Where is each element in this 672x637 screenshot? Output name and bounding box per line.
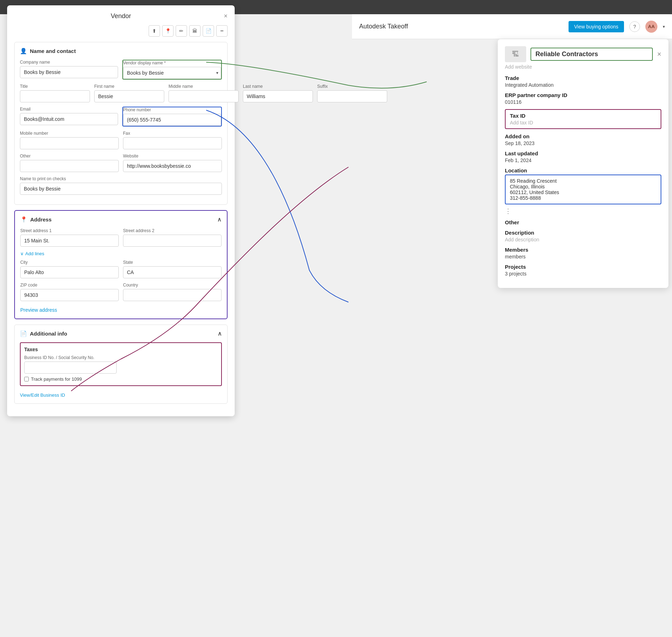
other-input[interactable] — [20, 160, 119, 172]
tax-id-label: Tax ID — [510, 113, 656, 119]
checks-input[interactable] — [20, 183, 222, 195]
middle-name-group: Middle name — [169, 84, 239, 102]
erp-field: ERP partner company ID 010116 — [505, 92, 661, 105]
zip-group: ZIP code — [20, 283, 119, 301]
last-updated-value: Feb 1, 2024 — [505, 157, 661, 163]
city-input[interactable] — [20, 266, 119, 278]
description-placeholder: Add description — [505, 237, 661, 242]
last-name-input[interactable] — [243, 90, 313, 102]
toolbar-doc-btn[interactable]: 📄 — [203, 25, 214, 37]
modal-close-button[interactable]: × — [224, 12, 228, 20]
phone-label: Phone number — [123, 107, 221, 112]
vendor-display-name-select[interactable]: Books by Bessie — [123, 67, 221, 79]
location-line2: Chicago, Illinois — [510, 184, 656, 189]
chevron-down-icon: ∨ — [20, 251, 24, 256]
view-buying-button[interactable]: View buying options — [569, 21, 624, 32]
phone-input[interactable] — [123, 114, 221, 126]
fax-input[interactable] — [123, 137, 222, 149]
toolbar: ⬆ 📍 ✏ 🏛 📄 − — [14, 25, 228, 37]
first-name-label: First name — [94, 84, 164, 89]
projects-field: Projects 3 projects — [505, 264, 661, 277]
company-name-group: Company name — [20, 60, 118, 80]
location-more-options[interactable]: ⋮ — [505, 207, 661, 215]
panel-close-button[interactable]: × — [657, 50, 661, 58]
mobile-label: Mobile number — [20, 131, 119, 136]
track-payments-label: Track payments for 1099 — [31, 376, 82, 382]
view-edit-business-id-link[interactable]: View/Edit Business ID — [20, 392, 65, 398]
fax-group: Fax — [123, 131, 222, 149]
autodesk-header: Autodesk Takeoff View buying options ? A… — [352, 14, 672, 39]
title-group: Title — [20, 84, 90, 102]
state-label: State — [123, 260, 222, 265]
mobile-fax-row: Mobile number Fax — [20, 131, 222, 149]
middle-name-input[interactable] — [169, 90, 239, 102]
toolbar-upload-btn[interactable]: ⬆ — [149, 25, 160, 37]
first-name-group: First name — [94, 84, 164, 102]
street1-label: Street address 1 — [20, 228, 119, 233]
toolbar-bank-btn[interactable]: 🏛 — [189, 25, 201, 37]
phone-group: Phone number — [122, 107, 222, 127]
biz-id-label: Business ID No. / Social Security No. — [24, 355, 117, 360]
help-icon[interactable]: ? — [629, 21, 640, 32]
add-lines-btn[interactable]: ∨ Add lines — [20, 251, 222, 256]
email-group: Email — [20, 107, 118, 127]
name-and-contact-section: 👤 Name and contact Company name Vendor d… — [14, 42, 228, 205]
biz-id-group: Business ID No. / Social Security No. — [24, 355, 117, 374]
biz-id-input[interactable] — [24, 362, 117, 374]
suffix-group: Suffix — [317, 84, 387, 102]
first-name-input[interactable] — [94, 90, 164, 102]
location-line1: 85 Reading Crescent — [510, 178, 656, 184]
address-header: 📍 Address ∧ — [20, 216, 222, 223]
preview-address-link[interactable]: Preview address — [20, 307, 57, 313]
company-name-box: Reliable Contractors — [530, 48, 653, 61]
website-input[interactable] — [123, 160, 222, 172]
panel-header: 🏗 Reliable Contractors × — [505, 46, 661, 62]
added-on-field: Added on Sep 18, 2023 — [505, 133, 661, 146]
street1-input[interactable] — [20, 235, 119, 247]
taxes-box: Taxes Business ID No. / Social Security … — [20, 342, 222, 386]
trade-label: Trade — [505, 75, 661, 81]
company-name: Reliable Contractors — [535, 50, 598, 58]
email-phone-row: Email Phone number — [20, 107, 222, 127]
zip-input[interactable] — [20, 289, 119, 301]
other-panel-label: Other — [505, 219, 661, 225]
erp-label: ERP partner company ID — [505, 92, 661, 98]
other-label: Other — [20, 154, 119, 159]
company-name-input[interactable] — [20, 66, 118, 78]
email-label: Email — [20, 107, 118, 112]
suffix-input[interactable] — [317, 90, 387, 102]
members-value: members — [505, 254, 661, 259]
country-input[interactable] — [123, 289, 222, 301]
last-updated-field: Last updated Feb 1, 2024 — [505, 150, 661, 163]
avatar-dropdown-arrow[interactable]: ▾ — [663, 24, 665, 29]
last-updated-label: Last updated — [505, 150, 661, 156]
location-line3: 602112, United States — [510, 189, 656, 195]
middle-name-label: Middle name — [169, 84, 239, 89]
tax-id-box: Tax ID Add tax ID — [505, 109, 661, 129]
company-vendor-row: Company name Vendor display name * Books… — [20, 60, 222, 80]
address-collapse-btn[interactable]: ∧ — [217, 216, 222, 223]
location-box: 85 Reading Crescent Chicago, Illinois 60… — [505, 175, 661, 204]
tax-id-placeholder: Add tax ID — [510, 120, 656, 125]
trade-value: Integrated Automation — [505, 82, 661, 88]
additional-info-icon: 📄 — [20, 330, 27, 337]
street2-input[interactable] — [123, 235, 222, 247]
trade-field: Trade Integrated Automation — [505, 75, 661, 88]
country-label: Country — [123, 283, 222, 288]
title-input[interactable] — [20, 90, 90, 102]
toolbar-location-btn[interactable]: 📍 — [162, 25, 174, 37]
email-input[interactable] — [20, 113, 118, 125]
additional-info-collapse-btn[interactable]: ∧ — [218, 330, 222, 337]
address-icon: 📍 — [20, 216, 27, 223]
mobile-group: Mobile number — [20, 131, 119, 149]
contact-icon: 👤 — [20, 48, 27, 54]
state-input[interactable] — [123, 266, 222, 278]
add-website-link[interactable]: Add website — [505, 64, 661, 70]
toolbar-edit-btn[interactable]: ✏ — [176, 25, 187, 37]
toolbar-minus-btn[interactable]: − — [216, 25, 228, 37]
address-title: Address — [30, 216, 52, 223]
address-section: 📍 Address ∧ Street address 1 Street addr… — [14, 210, 228, 319]
track-payments-checkbox[interactable] — [24, 377, 29, 381]
avatar[interactable]: AA — [645, 21, 657, 33]
mobile-input[interactable] — [20, 137, 119, 149]
